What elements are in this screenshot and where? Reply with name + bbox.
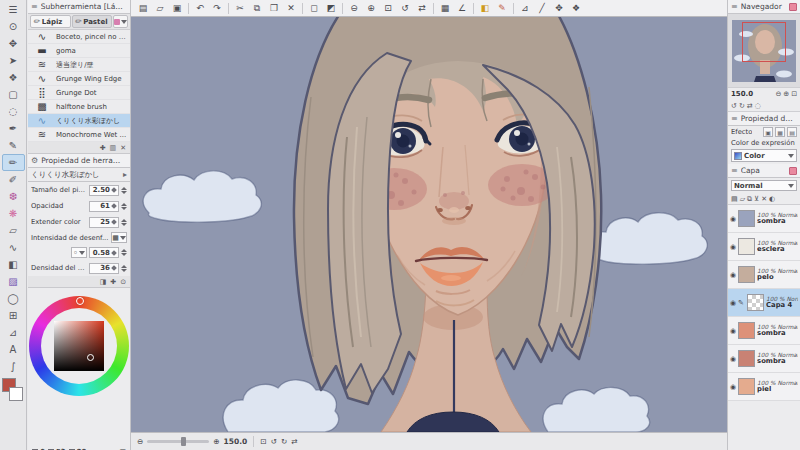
pencil-tool-icon[interactable]: ✏ bbox=[2, 154, 25, 171]
effect-tone-button[interactable]: ▦ bbox=[775, 127, 785, 137]
zoom-out-button[interactable]: ⊖ bbox=[346, 1, 362, 15]
fit-icon[interactable]: ⊡ bbox=[260, 437, 266, 446]
paint-bucket-button[interactable]: ◧ bbox=[477, 1, 493, 15]
blend-mode-select[interactable]: Normal bbox=[731, 180, 797, 191]
brush-item[interactable]: ∿Boceto, pincel no especial bbox=[28, 30, 130, 44]
selection-tool-icon[interactable]: ▢ bbox=[2, 86, 25, 103]
layer-thumbnail[interactable] bbox=[738, 238, 755, 255]
add-property-button[interactable]: ✚ bbox=[110, 278, 116, 286]
nav-fit-icon[interactable]: ⊡ bbox=[791, 90, 797, 98]
deselect-button[interactable]: ◻ bbox=[306, 1, 322, 15]
nav-reset-view-icon[interactable]: ◌ bbox=[755, 102, 761, 110]
delete-button[interactable]: ✕ bbox=[283, 1, 299, 15]
pan-tool-button[interactable]: ❖ bbox=[568, 1, 584, 15]
navigator-thumbnail[interactable] bbox=[728, 14, 800, 88]
zoom-in-icon[interactable]: ⊕ bbox=[213, 437, 219, 446]
zoom-out-icon[interactable]: ⊖ bbox=[137, 437, 143, 446]
nav-flip-icon[interactable]: ⇄ bbox=[747, 102, 753, 110]
layer-thumbnail[interactable] bbox=[738, 378, 755, 395]
hue-marker[interactable] bbox=[76, 297, 84, 305]
nav-rotate-left-icon[interactable]: ↺ bbox=[731, 102, 737, 110]
visibility-eye-icon[interactable]: ◉ bbox=[730, 215, 736, 223]
lock-icon[interactable]: ▸ bbox=[123, 171, 127, 179]
color-wheel[interactable] bbox=[29, 296, 129, 396]
flip-icon[interactable]: ⇄ bbox=[291, 437, 297, 446]
effect-extract-button[interactable]: ▤ bbox=[787, 127, 797, 137]
brush-size-field[interactable]: 2.50 bbox=[89, 185, 119, 196]
special-ruler-button[interactable]: ⊿ bbox=[517, 1, 533, 15]
new-folder-button[interactable]: ▱ bbox=[740, 195, 745, 203]
brush-item-selected[interactable]: ∿くりくり水彩ぼかし bbox=[28, 114, 130, 128]
decoration-tool-icon[interactable]: ❋ bbox=[2, 205, 25, 222]
pen-button[interactable]: ✎ bbox=[494, 1, 510, 15]
airbrush-tool-icon[interactable]: ❆ bbox=[2, 188, 25, 205]
panel-menu-icon[interactable]: ≡ bbox=[31, 3, 38, 11]
property-zoom-button[interactable]: ⊙ bbox=[120, 278, 126, 286]
texture-dropdown[interactable]: ▦ bbox=[111, 232, 127, 243]
stepper[interactable] bbox=[121, 203, 127, 210]
zoom-slider[interactable] bbox=[147, 440, 209, 443]
stepper[interactable] bbox=[121, 219, 127, 226]
canvas[interactable] bbox=[131, 17, 727, 432]
layer-row[interactable]: ◉ 100 %Normalsombra bbox=[728, 345, 800, 373]
delete-subtool-button[interactable]: ✕ bbox=[120, 144, 126, 152]
invert-selection-button[interactable]: ◩ bbox=[323, 1, 339, 15]
fit-screen-button[interactable]: ⊡ bbox=[380, 1, 396, 15]
rotate-left-icon[interactable]: ↺ bbox=[271, 437, 277, 446]
navigator-view-rectangle[interactable] bbox=[742, 22, 786, 62]
extend-color-field[interactable]: 25 bbox=[89, 217, 119, 228]
stepper[interactable] bbox=[121, 265, 127, 272]
move-tool-button[interactable]: ✥ bbox=[551, 1, 567, 15]
rotate-right-icon[interactable]: ↻ bbox=[281, 437, 287, 446]
operation-tool-icon[interactable]: ➤ bbox=[2, 52, 25, 69]
expression-color-select[interactable]: Color bbox=[731, 149, 797, 162]
brush-item[interactable]: ⣿Grunge Dot bbox=[28, 86, 130, 100]
brush-density-field[interactable]: 36 bbox=[89, 263, 119, 274]
zoom-tool-icon[interactable]: ⊙ bbox=[2, 18, 25, 35]
opacity-field[interactable]: 61 bbox=[89, 201, 119, 212]
brush-item[interactable]: ≋Monochrome Wet ... bbox=[28, 128, 130, 142]
brush-tool-icon[interactable]: ✐ bbox=[2, 171, 25, 188]
frame-tool-icon[interactable]: ⊞ bbox=[2, 307, 25, 324]
close-icon[interactable] bbox=[789, 3, 797, 11]
text-tool-icon[interactable]: A bbox=[2, 341, 25, 358]
visibility-eye-icon[interactable]: ◉ bbox=[730, 355, 736, 363]
layer-row[interactable]: ◉ 100 %Normalsombra bbox=[728, 317, 800, 345]
delete-layer-button[interactable]: ✕ bbox=[761, 195, 767, 203]
saturation-value-square[interactable] bbox=[54, 321, 104, 371]
zoom-in-button[interactable]: ⊕ bbox=[363, 1, 379, 15]
undo-button[interactable]: ↶ bbox=[192, 1, 208, 15]
layer-row[interactable]: ◉ 100 %Normalpiel bbox=[728, 373, 800, 401]
gradient-tool-icon[interactable]: ▨ bbox=[2, 273, 25, 290]
layer-row[interactable]: ◉ 100 %Normalesclera bbox=[728, 233, 800, 261]
background-color-swatch[interactable] bbox=[9, 387, 23, 401]
tab-lapiz[interactable]: ✏ Lápiz bbox=[30, 15, 71, 28]
paste-button[interactable]: ❐ bbox=[266, 1, 282, 15]
nav-zoom-in-icon[interactable]: ⊕ bbox=[783, 90, 789, 98]
nav-rotate-right-icon[interactable]: ↻ bbox=[739, 102, 745, 110]
zoom-slider-handle[interactable] bbox=[181, 437, 186, 446]
ruler-tool-icon[interactable]: ⊿ bbox=[2, 324, 25, 341]
visibility-eye-icon[interactable]: ◉ bbox=[730, 383, 736, 391]
effect-border-button[interactable]: ▣ bbox=[763, 127, 773, 137]
new-layer-button[interactable]: ▤ bbox=[731, 195, 738, 203]
move-tool-icon[interactable]: ✥ bbox=[2, 35, 25, 52]
layer-row[interactable]: ◉ 100 %Normalsombra bbox=[728, 205, 800, 233]
brush-item[interactable]: ▬goma bbox=[28, 44, 130, 58]
blur-intensity-field[interactable]: 0.58 bbox=[89, 247, 119, 258]
layer-mask-button[interactable]: ◐ bbox=[769, 195, 775, 203]
line-correction-tool-icon[interactable]: ∫ bbox=[2, 358, 25, 375]
brush-item[interactable]: ≋適当塗り/壁 bbox=[28, 58, 130, 72]
eraser-tool-icon[interactable]: ▱ bbox=[2, 222, 25, 239]
redo-button[interactable]: ↷ bbox=[209, 1, 225, 15]
menu-icon[interactable]: ☰ bbox=[2, 1, 25, 18]
brush-item[interactable]: ∿Grunge Wing Edge bbox=[28, 72, 130, 86]
visibility-eye-icon[interactable]: ◉ bbox=[730, 299, 736, 307]
eyedropper-tool-icon[interactable]: ✒ bbox=[2, 120, 25, 137]
duplicate-layer-button[interactable]: ⧉ bbox=[747, 195, 752, 203]
layer-thumbnail[interactable] bbox=[738, 322, 755, 339]
layer-thumbnail[interactable] bbox=[738, 266, 755, 283]
sv-marker[interactable] bbox=[87, 354, 94, 361]
auto-select-tool-icon[interactable]: ◌ bbox=[2, 103, 25, 120]
new-file-button[interactable]: ▤ bbox=[135, 1, 151, 15]
